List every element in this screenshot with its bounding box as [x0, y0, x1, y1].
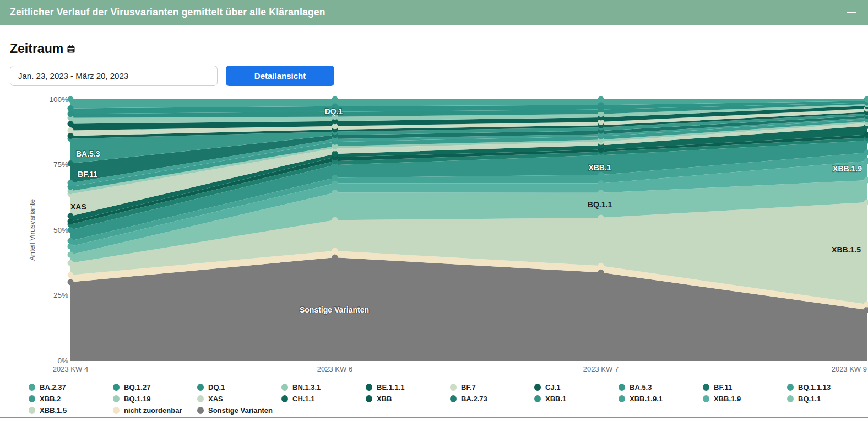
legend-item-BQ.1.19[interactable]: BQ.1.19 — [113, 394, 197, 404]
marker-XBB[interactable] — [68, 218, 74, 224]
legend-label: BQ.1.1 — [798, 395, 821, 403]
marker-XBB.1.9[interactable] — [68, 243, 74, 249]
x-tick-label: 2023 KW 6 — [317, 365, 352, 373]
marker-BF.11[interactable] — [68, 160, 74, 166]
x-tick-label: 2023 KW 4 — [53, 365, 88, 373]
marker-Sonstige Varianten[interactable] — [332, 255, 338, 261]
legend-item-BN.1.3.1[interactable]: BN.1.3.1 — [281, 383, 366, 392]
area-label-BQ.1.1: BQ.1.1 — [588, 200, 612, 209]
x-tick-label: 2023 KW 7 — [583, 365, 619, 373]
legend-item-nicht zuordenbar[interactable]: nicht zuordenbar — [113, 406, 197, 415]
marker-BQ.1.1[interactable] — [598, 190, 604, 196]
marker-XBB.1.5[interactable] — [332, 217, 338, 223]
legend-item-XBB.2[interactable]: XBB.2 — [29, 394, 113, 404]
legend-item-BA.5.3[interactable]: BA.5.3 — [619, 383, 703, 392]
marker-XBB.1[interactable] — [68, 227, 74, 233]
area-label-BF.11: BF.11 — [78, 170, 97, 179]
marker-Sonstige Varianten[interactable] — [68, 279, 74, 285]
marker-nicht zuordenbar[interactable] — [332, 248, 338, 254]
legend-item-BQ.1.1.13[interactable]: BQ.1.1.13 — [787, 383, 868, 392]
legend-item-XBB.1.9.1[interactable]: XBB.1.9.1 — [619, 394, 703, 404]
legend-label: XBB.2 — [40, 395, 61, 403]
legend-item-XBB[interactable]: XBB — [366, 394, 450, 404]
marker-XBB.1.9.1[interactable] — [598, 172, 604, 178]
marker-XBB.1.9.1[interactable] — [332, 175, 338, 181]
y-axis-title: Anteil Virusvariante — [28, 199, 36, 261]
area-label-DQ.1: DQ.1 — [325, 107, 343, 116]
marker-BA.2.37[interactable] — [598, 96, 604, 103]
marker-BQ.1.1.13[interactable] — [68, 180, 74, 186]
legend-swatch-icon — [534, 384, 541, 391]
marker-Sonstige Varianten[interactable] — [598, 270, 604, 276]
area-label-XBB.1.5: XBB.1.5 — [832, 245, 861, 254]
legend-swatch-icon — [29, 384, 35, 391]
legend-label: BQ.1.27 — [124, 383, 150, 391]
marker-CH.1.1[interactable] — [68, 213, 74, 219]
zeitraum-label: Zeitraum — [10, 41, 63, 56]
legend-label: BF.11 — [714, 383, 732, 391]
legend-label: Sonstige Varianten — [208, 406, 273, 415]
legend-swatch-icon — [787, 384, 794, 391]
legend-item-BF.7[interactable]: BF.7 — [450, 383, 534, 392]
marker-DQ.1[interactable] — [68, 111, 74, 117]
marker-BA.2.37[interactable] — [68, 96, 74, 103]
legend-swatch-icon — [29, 407, 35, 414]
legend-label: XBB.1.9 — [714, 395, 741, 403]
legend-item-XAS[interactable]: XAS — [197, 394, 281, 404]
bottom-divider — [0, 417, 868, 418]
marker-nicht zuordenbar[interactable] — [68, 272, 74, 278]
marker-BQ.1.27[interactable] — [68, 105, 74, 111]
legend-swatch-icon — [281, 384, 288, 391]
legend-swatch-icon — [450, 384, 457, 391]
main-content: Zeitraum Detailansicht DQ.1BA.5.3BF.11XA… — [0, 40, 868, 415]
legend-swatch-icon — [703, 384, 709, 391]
marker-nicht zuordenbar[interactable] — [598, 263, 604, 269]
legend-swatch-icon — [450, 395, 457, 402]
date-range-input[interactable] — [10, 66, 218, 86]
marker-BE.1.1.1[interactable] — [68, 121, 74, 127]
legend-label: XBB.1.9.1 — [630, 395, 663, 403]
legend-swatch-icon — [113, 407, 120, 414]
legend-item-BQ.1.1[interactable]: BQ.1.1 — [787, 394, 868, 404]
marker-BQ.1.1[interactable] — [68, 252, 74, 258]
legend-item-BE.1.1.1[interactable]: BE.1.1.1 — [366, 383, 450, 392]
legend-label: DQ.1 — [208, 383, 225, 391]
legend-swatch-icon — [534, 395, 541, 402]
detail-view-button[interactable]: Detailansicht — [226, 66, 334, 86]
legend-item-BA.2.73[interactable]: BA.2.73 — [450, 394, 534, 404]
marker-BF.7[interactable] — [68, 127, 74, 133]
marker-XBB.1.9[interactable] — [598, 180, 604, 186]
zeitraum-heading: Zeitraum — [10, 40, 858, 57]
y-tick-label: 100% — [49, 95, 68, 104]
legend-item-Sonstige Varianten[interactable]: Sonstige Varianten — [197, 406, 281, 415]
legend-item-CJ.1[interactable]: CJ.1 — [534, 383, 619, 392]
marker-XBB.1.5[interactable] — [598, 215, 604, 221]
marker-CJ.1[interactable] — [68, 133, 74, 139]
y-tick-label: 25% — [53, 291, 68, 299]
legend-item-XBB.1[interactable]: XBB.1 — [534, 394, 619, 404]
legend-label: BF.7 — [461, 383, 476, 391]
legend-label: XBB.1 — [545, 395, 566, 403]
marker-CH.1.1[interactable] — [332, 151, 338, 157]
legend-label: BA.5.3 — [630, 383, 652, 391]
y-tick-label: 0% — [57, 357, 68, 365]
y-tick-label: 50% — [53, 226, 68, 234]
marker-XBB.1.9.1[interactable] — [68, 238, 74, 244]
legend-swatch-icon — [787, 395, 794, 402]
legend-item-XBB.1.5[interactable]: XBB.1.5 — [29, 406, 113, 415]
legend-swatch-icon — [29, 395, 35, 402]
marker-XBB.1.5[interactable] — [68, 260, 74, 266]
legend-item-XBB.1.9[interactable]: XBB.1.9 — [703, 394, 787, 404]
marker-BQ.1.1[interactable] — [332, 190, 338, 196]
calendar-icon — [67, 42, 75, 57]
legend-item-BF.11[interactable]: BF.11 — [703, 383, 787, 392]
legend-item-DQ.1[interactable]: DQ.1 — [197, 383, 281, 392]
legend-item-BA.2.37[interactable]: BA.2.37 — [29, 383, 113, 392]
marker-BA.2.37[interactable] — [332, 96, 338, 103]
legend-item-BQ.1.27[interactable]: BQ.1.27 — [113, 383, 197, 392]
legend-item-CH.1.1[interactable]: CH.1.1 — [281, 394, 366, 404]
marker-XBB.1.9[interactable] — [332, 180, 338, 186]
stacked-area-chart[interactable]: DQ.1BA.5.3BF.11XASXBB.1BQ.1.1XBB.1.9XBB.… — [10, 92, 858, 376]
minimize-icon[interactable] — [847, 12, 856, 13]
marker-BQ.1.27[interactable] — [598, 102, 604, 108]
